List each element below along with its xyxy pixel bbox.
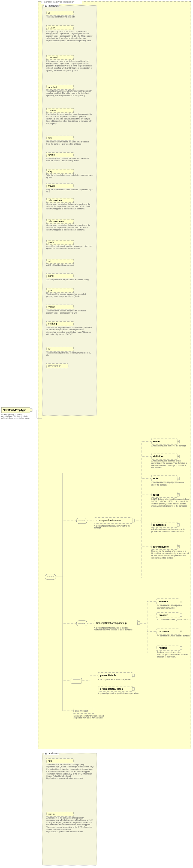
- svg-rect-80: [138, 621, 140, 625]
- svg-text:+: +: [178, 493, 179, 496]
- svg-text:+: +: [180, 630, 182, 633]
- svg-text:remoteInfo: remoteInfo: [153, 524, 166, 526]
- svg-text:+: +: [178, 477, 179, 480]
- svg-text:roleuri: roleuri: [48, 813, 54, 815]
- svg-text:xml:lang: xml:lang: [48, 322, 57, 325]
- svg-text:modified: modified: [48, 86, 57, 89]
- svg-text:+: +: [132, 688, 134, 690]
- svg-text:attributes: attributes: [48, 4, 59, 7]
- svg-text:+: +: [180, 614, 182, 617]
- svg-text:id: id: [48, 12, 50, 14]
- extension-label: FlexPartyPropType (extension): [41, 1, 75, 3]
- svg-text:literal: literal: [48, 275, 54, 277]
- svg-text:facet: facet: [153, 493, 159, 496]
- svg-text:ConceptDefinitionGroup: ConceptDefinitionGroup: [96, 519, 122, 522]
- svg-point-40: [84, 521, 85, 521]
- svg-text:hierarchyInfo: hierarchyInfo: [153, 546, 169, 548]
- svg-point-39: [83, 521, 83, 521]
- svg-text:why: why: [47, 170, 52, 173]
- svg-text:howuri: howuri: [48, 153, 55, 156]
- svg-text:role: role: [48, 760, 52, 762]
- svg-text:organisationDetails: organisationDetails: [100, 688, 123, 690]
- attr-header-1: ⊟: [45, 4, 47, 7]
- svg-text:⊟: ⊟: [45, 752, 47, 755]
- svg-text:attributes: attributes: [48, 752, 59, 755]
- svg-text:creator: creator: [48, 26, 55, 29]
- root-desc: Flexible party (person or organisation) …: [1, 413, 31, 419]
- svg-text:typeuri: typeuri: [48, 306, 55, 308]
- svg-point-37: [79, 521, 80, 521]
- svg-text:broader: broader: [159, 614, 168, 617]
- svg-text:how: how: [48, 137, 52, 140]
- svg-text:related: related: [159, 647, 167, 649]
- root-label: Flex1PartyPropType: [3, 409, 26, 411]
- svg-text:sameAs: sameAs: [159, 600, 168, 603]
- svg-text:any ##other: any ##other: [48, 365, 61, 367]
- svg-text:definition: definition: [153, 455, 164, 458]
- svg-text:+: +: [178, 455, 179, 458]
- svg-text:pubconstrainturi: pubconstrainturi: [48, 220, 65, 223]
- svg-text:note: note: [153, 477, 158, 480]
- svg-text:+: +: [180, 647, 182, 649]
- svg-text:ConceptRelationshipsGroup: ConceptRelationshipsGroup: [96, 622, 127, 624]
- svg-point-75: [81, 623, 81, 624]
- svg-point-38: [81, 521, 81, 521]
- attr-id[interactable]: [46, 11, 74, 15]
- choice-connector: [71, 678, 82, 683]
- svg-point-30: [51, 577, 52, 578]
- svg-text:dir: dir: [48, 348, 50, 350]
- svg-text:custom: custom: [48, 109, 55, 112]
- svg-point-74: [79, 623, 80, 624]
- svg-text:+: +: [180, 600, 182, 603]
- svg-text:creatoruri: creatoruri: [48, 56, 58, 59]
- svg-text:+: +: [178, 546, 179, 548]
- svg-point-29: [49, 577, 50, 578]
- svg-text:qcode: qcode: [48, 241, 54, 244]
- svg-text:type: type: [48, 289, 52, 292]
- svg-rect-43: [132, 519, 134, 522]
- svg-text:name: name: [153, 440, 160, 443]
- svg-point-77: [84, 623, 85, 624]
- svg-text:whyuri: whyuri: [47, 185, 55, 187]
- svg-text:+: +: [178, 440, 179, 443]
- schema-diagram: Flex1PartyPropType Flexible party (perso…: [0, 0, 193, 868]
- svg-text:uri: uri: [48, 260, 50, 263]
- svg-text:narrower: narrower: [159, 630, 169, 633]
- svg-point-76: [83, 623, 83, 624]
- svg-point-31: [53, 577, 54, 578]
- svg-text:personDetails: personDetails: [100, 674, 116, 677]
- svg-text:+: +: [132, 674, 134, 677]
- svg-point-28: [47, 577, 48, 578]
- svg-text:pubconstraint: pubconstraint: [48, 199, 63, 202]
- svg-text:+: +: [178, 524, 179, 526]
- svg-text:any ##other: any ##other: [75, 709, 88, 712]
